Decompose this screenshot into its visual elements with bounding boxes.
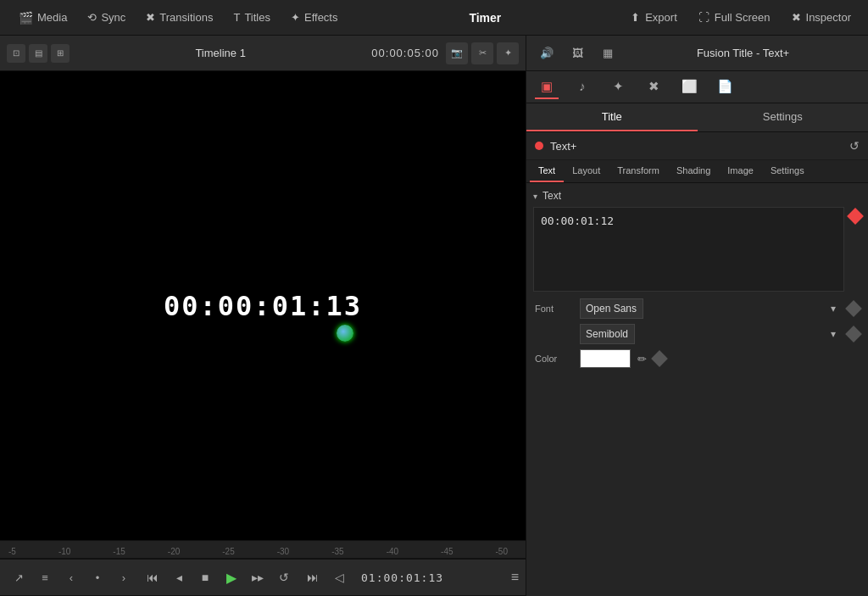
playback-controls: ↗ ≡ ‹ • › (7, 565, 136, 589)
transport-controls: ⏮ ◂ ■ ▶ ▸▸ ↺ (141, 565, 296, 589)
color-label: Color (535, 354, 573, 364)
timeline-right-controls: 📷 ✂ ✦ (446, 42, 519, 64)
nav-transitions[interactable]: ✖ Transitions (136, 0, 223, 35)
inspector-title: Fusion Title - Text+ (626, 47, 860, 59)
inspector-panel: 🔊 🖼 ▦ Fusion Title - Text+ ▣ ♪ ✦ ✖ ⬜ 📄 T… (526, 36, 868, 596)
insp-grid-icon[interactable]: ▦ (596, 42, 620, 65)
font-keyframe-btn[interactable] (845, 300, 862, 317)
color-row: Color ✏ (533, 349, 861, 368)
playback-timecode: 01:00:01:13 (361, 571, 443, 584)
insp-tab-image[interactable]: ⬜ (677, 75, 701, 99)
tl-fx-btn[interactable]: ✦ (497, 42, 519, 64)
section-label: Text (542, 190, 561, 202)
insp-vol-icon[interactable]: 🔊 (535, 42, 559, 65)
insp-tab-effects[interactable]: ✦ (606, 75, 630, 99)
nav-back[interactable]: ‹ (59, 565, 83, 589)
inspector-content: ▾ Text 00:00:01:12 Font Open Sans (526, 183, 868, 596)
prop-tab-text[interactable]: Text (530, 160, 564, 182)
section-arrow: ▾ (533, 192, 537, 201)
video-preview: 00:00:01:13 (0, 71, 526, 540)
text-input-row: 00:00:01:12 (533, 207, 861, 292)
prop-tab-image[interactable]: Image (719, 160, 762, 182)
tl-clip-btn[interactable]: ✂ (471, 42, 493, 64)
color-edit-btn[interactable]: ✏ (637, 353, 647, 365)
mark-btn[interactable]: ◁ (327, 565, 351, 589)
nav-fullscreen[interactable]: ⛶ Full Screen (690, 11, 779, 24)
tool-pointer[interactable]: ↗ (7, 565, 31, 589)
tab-title[interactable]: Title (526, 103, 698, 131)
nav-titles[interactable]: T Titles (223, 0, 281, 35)
font-select-wrapper: Open Sans (580, 298, 841, 319)
transitions-icon: ✖ (146, 11, 155, 24)
nav-sync[interactable]: ⟲ Sync (77, 0, 136, 35)
tool-trim[interactable]: ≡ (33, 565, 57, 589)
font-weight-select-wrapper: Semibold (580, 324, 841, 344)
font-weight-row: Semibold (533, 324, 861, 344)
tab-settings[interactable]: Settings (698, 103, 869, 131)
text-section-header: ▾ Text (533, 190, 861, 202)
font-select[interactable]: Open Sans (580, 298, 643, 319)
text-plus-label: Text+ (550, 140, 849, 153)
nav-media[interactable]: 🎬 Media (8, 0, 77, 35)
inspector-section-tabs: Title Settings (526, 103, 868, 132)
inspector-icon-tabs: ▣ ♪ ✦ ✖ ⬜ 📄 (526, 71, 868, 103)
nav-export[interactable]: ⬆ Export (622, 11, 686, 24)
insp-tab-audio[interactable]: ♪ (570, 75, 594, 99)
titles-icon: T (233, 11, 240, 24)
color-swatch[interactable] (580, 349, 631, 368)
left-panel: ⊡ ▤ ⊞ Timeline 1 00:00:05:00 📷 ✂ ✦ 00:00… (0, 36, 526, 596)
play-btn[interactable]: ▶ (220, 565, 243, 589)
tl-icon-3[interactable]: ⊞ (51, 44, 70, 63)
nav-fwd[interactable]: • (86, 565, 109, 589)
media-icon: 🎬 (19, 11, 33, 25)
property-tabs: Text Layout Transform Shading Image Sett… (526, 160, 868, 183)
weight-keyframe-btn[interactable] (845, 326, 862, 343)
timeline-title: Timeline 1 (76, 47, 364, 59)
stop-btn[interactable]: ■ (193, 565, 217, 589)
prop-tab-layout[interactable]: Layout (564, 160, 609, 182)
prop-tab-shading[interactable]: Shading (668, 160, 719, 182)
top-navigation: 🎬 Media ⟲ Sync ✖ Transitions T Titles ✦ … (0, 0, 868, 36)
font-label: Font (535, 304, 573, 314)
fullscreen-icon: ⛶ (698, 11, 709, 24)
nav-inspector[interactable]: ✖ Inspector (783, 11, 860, 24)
nav-end-controls: ⏭ ◁ (301, 565, 351, 589)
go-end-btn[interactable]: ⏭ (301, 565, 325, 589)
text-content-input[interactable]: 00:00:01:12 (533, 207, 844, 292)
ruler-numbers: -5 -10 -15 -20 -25 -30 -35 -40 -45 -50 (0, 541, 526, 558)
reset-btn[interactable]: ↺ (849, 139, 860, 153)
prop-tab-transform[interactable]: Transform (609, 160, 668, 182)
tl-icon-1[interactable]: ⊡ (7, 44, 25, 63)
ruler-strip: -5 -10 -15 -20 -25 -30 -35 -40 -45 -50 (0, 540, 526, 559)
loop-btn[interactable]: ↺ (272, 565, 296, 589)
playback-menu[interactable]: ≡ (511, 570, 519, 585)
nav-next[interactable]: › (112, 565, 136, 589)
effects-icon: ✦ (291, 11, 300, 24)
go-start-btn[interactable]: ⏮ (141, 565, 164, 589)
next-frame-btn[interactable]: ▸▸ (246, 565, 270, 589)
font-row: Font Open Sans (533, 298, 861, 319)
tl-cam-btn[interactable]: 📷 (446, 42, 468, 64)
text-plus-dot (535, 142, 543, 150)
text-plus-header: Text+ ↺ (526, 132, 868, 160)
font-weight-select[interactable]: Semibold (580, 324, 635, 344)
preview-marker (337, 325, 353, 342)
tl-icon-2[interactable]: ▤ (29, 44, 47, 63)
prev-frame-btn[interactable]: ◂ (167, 565, 191, 589)
preview-timecode: 00:00:01:13 (164, 290, 362, 322)
insp-tab-transition[interactable]: ✖ (642, 75, 665, 99)
export-icon: ⬆ (631, 11, 640, 24)
insp-img-icon[interactable]: 🖼 (565, 42, 589, 65)
prop-tab-settings[interactable]: Settings (762, 160, 813, 182)
inspector-header: 🔊 🖼 ▦ Fusion Title - Text+ (526, 36, 868, 71)
playback-bar: ↗ ≡ ‹ • › ⏮ ◂ ■ ▶ ▸▸ ↺ ⏭ ◁ 01:00:01:13 ≡ (0, 559, 526, 596)
timeline-timecode: 00:00:05:00 (371, 47, 439, 59)
app-title: Timer (348, 11, 622, 25)
nav-effects[interactable]: ✦ Effects (281, 0, 348, 35)
insp-tab-file[interactable]: 📄 (713, 75, 737, 99)
text-keyframe-btn[interactable] (847, 208, 864, 225)
sync-icon: ⟲ (87, 11, 97, 24)
color-keyframe-btn[interactable] (651, 350, 668, 367)
main-layout: ⊡ ▤ ⊞ Timeline 1 00:00:05:00 📷 ✂ ✦ 00:00… (0, 36, 868, 596)
insp-tab-video[interactable]: ▣ (535, 75, 559, 99)
